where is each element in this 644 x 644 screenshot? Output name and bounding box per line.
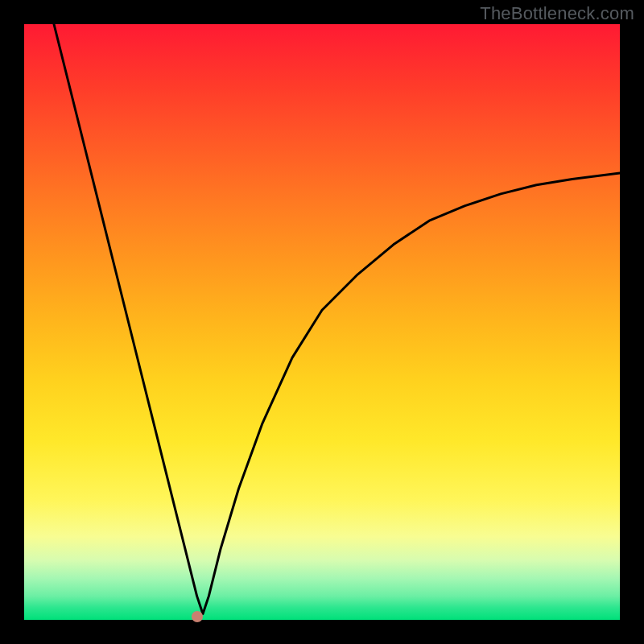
plot-area <box>24 24 620 620</box>
optimal-point-marker <box>192 611 203 622</box>
bottleneck-curve <box>24 24 620 620</box>
chart-frame: TheBottleneck.com <box>0 0 644 644</box>
watermark-text: TheBottleneck.com <box>480 3 634 24</box>
